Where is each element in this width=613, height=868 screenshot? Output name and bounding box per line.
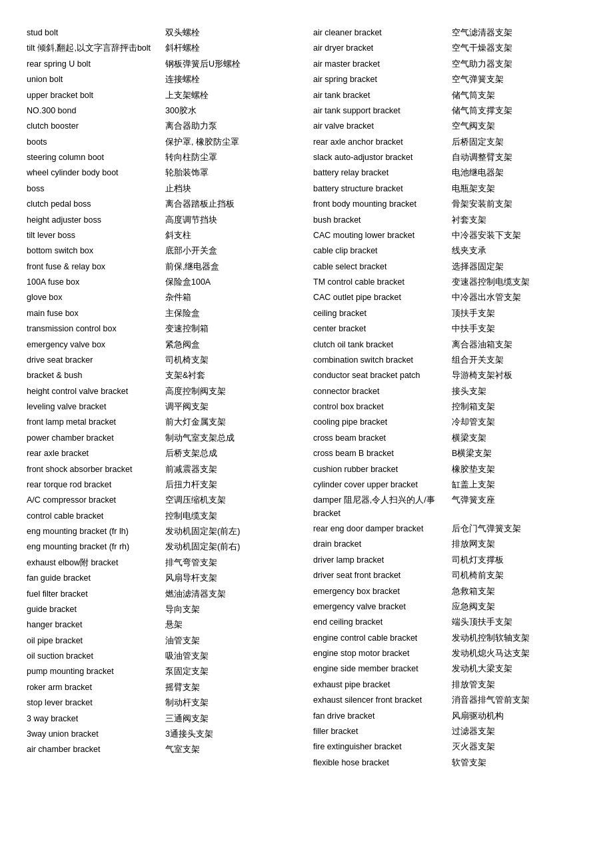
list-item: rear axle anchor bracket后桥固定支架	[313, 136, 586, 149]
chinese-term: 止档块	[165, 183, 191, 195]
english-term: exhaust silencer front bracket	[313, 694, 446, 707]
english-term: conductor seat bracket patch	[313, 369, 446, 382]
chinese-term: 中冷器出水管支架	[452, 291, 521, 304]
list-item: cushion rubber bracket橡胶垫支架	[313, 463, 586, 476]
chinese-term: 选择器固定架	[452, 261, 504, 273]
list-item: battery structure bracket电瓶架支架	[313, 183, 586, 195]
list-item: combination switch bracket组合开关支架	[313, 354, 586, 367]
list-item: glove box杂件箱	[27, 291, 300, 304]
chinese-term: 转向柱防尘罩	[165, 151, 217, 164]
list-item: fan drive bracket风扇驱动机构	[313, 710, 586, 723]
list-item: power chamber bracket制动气室支架总成	[27, 432, 300, 445]
list-item: air tank bracket储气筒支架	[313, 89, 586, 102]
english-term: end ceiling bracket	[313, 616, 446, 629]
list-item: air chamber bracket气室支架	[27, 743, 300, 756]
english-term: emergency valve bracket	[313, 601, 446, 613]
list-item: exhaust silencer front bracket消音器排气管前支架	[313, 694, 586, 707]
list-item: oil suction bracket吸油管支架	[27, 650, 300, 663]
list-item: union bolt连接螺栓	[27, 73, 300, 86]
english-term: NO.300 bond	[27, 105, 160, 117]
english-term: fan guide bracket	[27, 572, 160, 585]
list-item: cooling pipe bracket冷却管支架	[313, 416, 586, 429]
chinese-term: 钢板弹簧后U形螺栓	[165, 58, 241, 71]
list-item: drain bracket排放网支架	[313, 538, 586, 551]
chinese-term: 空气干燥器支架	[452, 42, 512, 55]
chinese-term: 发动机固定架(前左)	[165, 525, 240, 538]
english-term: bush bracket	[313, 214, 446, 227]
chinese-term: 前保,继电器盒	[165, 261, 219, 273]
english-term: pump mounting bracket	[27, 665, 160, 678]
english-term: air master bracket	[313, 58, 446, 71]
chinese-term: 消音器排气管前支架	[452, 694, 530, 707]
list-item: transmission control box变速控制箱	[27, 323, 300, 335]
chinese-term: 接头支架	[452, 385, 486, 398]
english-term: bracket & bush	[27, 369, 160, 382]
list-item: NO.300 bond300胶水	[27, 105, 300, 117]
list-item: CAC mouting lower bracket中冷器安装下支架	[313, 229, 586, 242]
chinese-term: 高度调节挡块	[165, 214, 217, 227]
english-term: wheel cylinder body boot	[27, 167, 160, 179]
chinese-term: 后仓门气弹簧支架	[452, 523, 521, 535]
chinese-term: 排放网支架	[452, 538, 495, 551]
chinese-term: 双头螺栓	[165, 27, 200, 39]
list-item: fire extinguisher bracket灭火器支架	[313, 741, 586, 753]
english-term: tilt 倾斜,翻起,以文字言辞抨击bolt	[27, 42, 160, 55]
chinese-term: 司机椅前支架	[452, 569, 504, 582]
main-content: stud bolt双头螺栓tilt 倾斜,翻起,以文字言辞抨击bolt斜杆螺栓r…	[27, 27, 586, 772]
list-item: engine side member bracket发动机大梁支架	[313, 663, 586, 675]
chinese-term: 300胶水	[165, 105, 197, 117]
chinese-term: 离合器踏板止挡板	[165, 198, 235, 211]
list-item: driver seat front bracket司机椅前支架	[313, 569, 586, 582]
list-item: air valve bracket空气阀支架	[313, 120, 586, 133]
english-term: clutch oil tank bracket	[313, 339, 446, 351]
chinese-term: 顶扶手支架	[452, 307, 495, 320]
english-term: main fuse box	[27, 307, 160, 320]
english-term: cylinder cover upper bracket	[313, 479, 446, 491]
chinese-term: 后桥固定支架	[452, 136, 504, 149]
english-term: emergency box bracket	[313, 585, 446, 598]
list-item: control box bracket控制箱支架	[313, 401, 586, 413]
chinese-term: 紧急阀盒	[165, 339, 200, 351]
english-term: engine stop motor bracket	[313, 647, 446, 660]
chinese-term: 端头顶扶手支架	[452, 616, 512, 629]
chinese-term: 衬套支架	[452, 214, 486, 227]
chinese-term: 离合器油箱支架	[452, 339, 512, 351]
list-item: stud bolt双头螺栓	[27, 27, 300, 39]
chinese-term: 应急阀支架	[452, 601, 495, 613]
english-term: emergency valve box	[27, 339, 160, 351]
chinese-term: 前减震器支架	[165, 463, 217, 476]
list-item: steering column boot转向柱防尘罩	[27, 151, 300, 164]
chinese-term: 后桥支架总成	[165, 447, 217, 460]
list-item: TM control cable bracket变速器控制电缆支架	[313, 276, 586, 289]
chinese-term: 储气筒支撑支架	[452, 105, 512, 117]
chinese-term: 空气阀支架	[452, 120, 495, 133]
english-term: 3 way bracket	[27, 713, 160, 725]
list-item: tilt 倾斜,翻起,以文字言辞抨击bolt斜杆螺栓	[27, 42, 300, 55]
english-term: oil suction bracket	[27, 650, 160, 663]
english-term: TM control cable bracket	[313, 276, 446, 289]
english-term: rear axle bracket	[27, 447, 160, 460]
list-item: boots保护罩, 橡胶防尘罩	[27, 136, 300, 149]
list-item: slack auto-adjustor bracket自动调整臂支架	[313, 151, 586, 164]
list-item: control cable bracket控制电缆支架	[27, 510, 300, 523]
chinese-term: 组合开关支架	[452, 354, 504, 367]
list-item: emergency valve box紧急阀盒	[27, 339, 300, 351]
english-term: front lamp metal bracket	[27, 416, 160, 429]
list-item: front body mounting bracket骨架安装前支架	[313, 198, 586, 211]
chinese-term: 制动杆支架	[165, 697, 209, 709]
english-term: 3way union bracket	[27, 728, 160, 741]
english-term: drive seat bracker	[27, 354, 160, 367]
list-item: clutch oil tank bracket离合器油箱支架	[313, 339, 586, 351]
english-term: clutch pedal boss	[27, 198, 160, 211]
list-item: fan guide bracket风扇导杆支架	[27, 572, 300, 585]
chinese-term: 发动机控制软轴支架	[452, 632, 530, 645]
english-term: air tank support bracket	[313, 105, 446, 117]
list-item: ceiling bracket顶扶手支架	[313, 307, 586, 320]
english-term: rear spring U bolt	[27, 58, 160, 71]
english-term: stop lever bracket	[27, 697, 160, 709]
english-term: engine side member bracket	[313, 663, 446, 675]
list-item: front lamp metal bracket前大灯金属支架	[27, 416, 300, 429]
chinese-term: 油管支架	[165, 635, 200, 647]
list-item: cylinder cover upper bracket缸盖上支架	[313, 479, 586, 491]
english-term: CAC outlet pipe bracket	[313, 291, 446, 304]
